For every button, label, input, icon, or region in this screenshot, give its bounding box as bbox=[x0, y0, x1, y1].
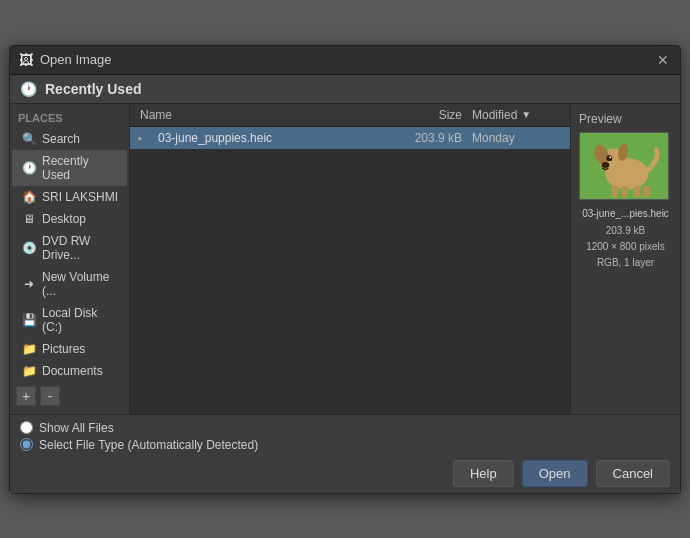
svg-rect-8 bbox=[611, 185, 618, 197]
svg-point-5 bbox=[606, 155, 612, 161]
bottom-bar: Show All Files Select File Type (Automat… bbox=[10, 414, 680, 493]
sidebar-item-documents[interactable]: 📁 Documents bbox=[12, 360, 127, 382]
sidebar-item-sri-lakshmi-label: SRI LAKSHMI bbox=[42, 190, 118, 204]
preview-area: Preview bbox=[570, 104, 680, 414]
sidebar: Places 🔍 Search 🕐 Recently Used 🏠 SRI LA… bbox=[10, 104, 130, 414]
sidebar-item-sri-lakshmi[interactable]: 🏠 SRI LAKSHMI bbox=[12, 186, 127, 208]
dvd-icon: 💿 bbox=[22, 241, 36, 255]
disk-icon: 💾 bbox=[22, 313, 36, 327]
remove-place-button[interactable]: - bbox=[40, 386, 60, 406]
documents-folder-icon: 📁 bbox=[22, 364, 36, 378]
location-icon: 🕐 bbox=[20, 81, 37, 97]
select-file-type-row: Select File Type (Automatically Detected… bbox=[20, 438, 670, 452]
file-list: ▪ 03-june_puppies.heic 203.9 kB Monday bbox=[130, 127, 570, 414]
table-row[interactable]: ▪ 03-june_puppies.heic 203.9 kB Monday bbox=[130, 127, 570, 149]
buttons-row: Help Open Cancel bbox=[20, 460, 670, 487]
file-name: 03-june_puppies.heic bbox=[158, 131, 402, 145]
open-image-dialog: 🖼 Open Image ✕ 🕐 Recently Used Places 🔍 … bbox=[9, 45, 681, 494]
sidebar-item-documents-label: Documents bbox=[42, 364, 103, 378]
file-list-header: Name Size Modified ▼ bbox=[130, 104, 570, 127]
column-header-name: Name bbox=[138, 108, 402, 122]
show-all-files-label: Show All Files bbox=[39, 421, 114, 435]
sidebar-item-dvd-rw[interactable]: 💿 DVD RW Drive... bbox=[12, 230, 127, 266]
sidebar-item-new-volume-label: New Volume (... bbox=[42, 270, 119, 298]
home-icon: 🏠 bbox=[22, 190, 36, 204]
bottom-options: Show All Files Select File Type (Automat… bbox=[20, 421, 670, 452]
sort-icon[interactable]: ▼ bbox=[521, 109, 531, 120]
sidebar-header: Places bbox=[10, 108, 129, 128]
sidebar-item-local-disk[interactable]: 💾 Local Disk (C:) bbox=[12, 302, 127, 338]
close-button[interactable]: ✕ bbox=[654, 51, 672, 69]
recently-used-icon: 🕐 bbox=[22, 161, 36, 175]
desktop-icon: 🖥 bbox=[22, 212, 36, 226]
dialog-icon: 🖼 bbox=[18, 52, 34, 68]
sidebar-item-desktop-label: Desktop bbox=[42, 212, 86, 226]
column-header-size: Size bbox=[402, 108, 472, 122]
sidebar-item-search[interactable]: 🔍 Search bbox=[12, 128, 127, 150]
sidebar-item-desktop[interactable]: 🖥 Desktop bbox=[12, 208, 127, 230]
preview-filename: 03-june_...pies.heic bbox=[579, 208, 672, 219]
preview-image bbox=[579, 132, 669, 200]
dialog-title: Open Image bbox=[40, 52, 112, 67]
preview-label: Preview bbox=[579, 112, 672, 126]
show-all-files-radio[interactable] bbox=[20, 421, 33, 434]
add-place-button[interactable]: + bbox=[16, 386, 36, 406]
column-header-modified: Modified ▼ bbox=[472, 108, 562, 122]
location-bar: 🕐 Recently Used bbox=[10, 75, 680, 104]
svg-rect-11 bbox=[644, 185, 651, 197]
file-size: 203.9 kB bbox=[402, 131, 472, 145]
svg-point-7 bbox=[602, 162, 610, 168]
title-bar-left: 🖼 Open Image bbox=[18, 52, 112, 68]
sidebar-item-dvd-rw-label: DVD RW Drive... bbox=[42, 234, 119, 262]
pictures-folder-icon: 📁 bbox=[22, 342, 36, 356]
open-button[interactable]: Open bbox=[522, 460, 588, 487]
sidebar-item-recently-used[interactable]: 🕐 Recently Used bbox=[12, 150, 127, 186]
help-button[interactable]: Help bbox=[453, 460, 514, 487]
arrow-icon: ➜ bbox=[22, 277, 36, 291]
file-area: Name Size Modified ▼ ▪ 03-june_puppies.h… bbox=[130, 104, 570, 414]
preview-meta: 203.9 kB 1200 × 800 pixels RGB, 1 layer bbox=[579, 223, 672, 271]
sidebar-item-pictures-label: Pictures bbox=[42, 342, 85, 356]
sidebar-item-new-volume[interactable]: ➜ New Volume (... bbox=[12, 266, 127, 302]
file-icon: ▪ bbox=[138, 132, 152, 144]
sidebar-item-recently-used-label: Recently Used bbox=[42, 154, 119, 182]
select-file-type-label: Select File Type (Automatically Detected… bbox=[39, 438, 258, 452]
svg-point-6 bbox=[609, 156, 611, 158]
location-label: Recently Used bbox=[45, 81, 141, 97]
select-file-type-radio[interactable] bbox=[20, 438, 33, 451]
title-bar: 🖼 Open Image ✕ bbox=[10, 46, 680, 75]
cancel-button[interactable]: Cancel bbox=[596, 460, 670, 487]
svg-rect-9 bbox=[621, 185, 628, 197]
svg-rect-10 bbox=[634, 185, 641, 197]
search-icon: 🔍 bbox=[22, 132, 36, 146]
show-all-files-row: Show All Files bbox=[20, 421, 670, 435]
sidebar-item-pictures[interactable]: 📁 Pictures bbox=[12, 338, 127, 360]
file-modified: Monday bbox=[472, 131, 562, 145]
sidebar-add-remove: + - bbox=[10, 382, 129, 410]
sidebar-item-local-disk-label: Local Disk (C:) bbox=[42, 306, 119, 334]
main-area: Places 🔍 Search 🕐 Recently Used 🏠 SRI LA… bbox=[10, 104, 680, 414]
sidebar-item-search-label: Search bbox=[42, 132, 80, 146]
